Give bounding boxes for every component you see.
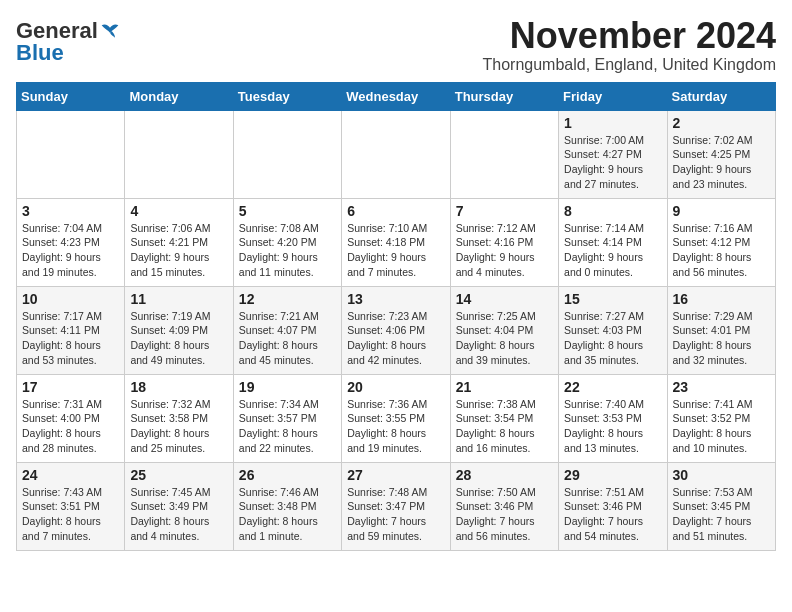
calendar-table: Sunday Monday Tuesday Wednesday Thursday… — [16, 82, 776, 551]
calendar-cell — [342, 110, 450, 198]
calendar-cell: 13Sunrise: 7:23 AM Sunset: 4:06 PM Dayli… — [342, 286, 450, 374]
day-info: Sunrise: 7:17 AM Sunset: 4:11 PM Dayligh… — [22, 309, 119, 368]
header-sunday: Sunday — [17, 82, 125, 110]
calendar-cell: 3Sunrise: 7:04 AM Sunset: 4:23 PM Daylig… — [17, 198, 125, 286]
day-number: 13 — [347, 291, 444, 307]
day-number: 25 — [130, 467, 227, 483]
header-friday: Friday — [559, 82, 667, 110]
day-info: Sunrise: 7:23 AM Sunset: 4:06 PM Dayligh… — [347, 309, 444, 368]
calendar-cell: 25Sunrise: 7:45 AM Sunset: 3:49 PM Dayli… — [125, 462, 233, 550]
day-info: Sunrise: 7:06 AM Sunset: 4:21 PM Dayligh… — [130, 221, 227, 280]
day-info: Sunrise: 7:00 AM Sunset: 4:27 PM Dayligh… — [564, 133, 661, 192]
header-wednesday: Wednesday — [342, 82, 450, 110]
day-info: Sunrise: 7:08 AM Sunset: 4:20 PM Dayligh… — [239, 221, 336, 280]
calendar-cell: 1Sunrise: 7:00 AM Sunset: 4:27 PM Daylig… — [559, 110, 667, 198]
calendar-cell: 24Sunrise: 7:43 AM Sunset: 3:51 PM Dayli… — [17, 462, 125, 550]
day-number: 10 — [22, 291, 119, 307]
calendar-cell — [17, 110, 125, 198]
day-info: Sunrise: 7:51 AM Sunset: 3:46 PM Dayligh… — [564, 485, 661, 544]
calendar-cell: 8Sunrise: 7:14 AM Sunset: 4:14 PM Daylig… — [559, 198, 667, 286]
day-info: Sunrise: 7:50 AM Sunset: 3:46 PM Dayligh… — [456, 485, 553, 544]
day-info: Sunrise: 7:31 AM Sunset: 4:00 PM Dayligh… — [22, 397, 119, 456]
calendar-cell: 11Sunrise: 7:19 AM Sunset: 4:09 PM Dayli… — [125, 286, 233, 374]
day-number: 6 — [347, 203, 444, 219]
calendar-cell — [450, 110, 558, 198]
title-block: November 2024 Thorngumbald, England, Uni… — [482, 16, 776, 74]
day-number: 30 — [673, 467, 770, 483]
day-number: 14 — [456, 291, 553, 307]
calendar-cell: 28Sunrise: 7:50 AM Sunset: 3:46 PM Dayli… — [450, 462, 558, 550]
day-number: 22 — [564, 379, 661, 395]
header-tuesday: Tuesday — [233, 82, 341, 110]
location: Thorngumbald, England, United Kingdom — [482, 56, 776, 74]
logo: General Blue — [16, 20, 120, 64]
day-number: 3 — [22, 203, 119, 219]
day-info: Sunrise: 7:36 AM Sunset: 3:55 PM Dayligh… — [347, 397, 444, 456]
header-row: Sunday Monday Tuesday Wednesday Thursday… — [17, 82, 776, 110]
calendar-cell: 20Sunrise: 7:36 AM Sunset: 3:55 PM Dayli… — [342, 374, 450, 462]
calendar-cell: 12Sunrise: 7:21 AM Sunset: 4:07 PM Dayli… — [233, 286, 341, 374]
calendar-cell: 9Sunrise: 7:16 AM Sunset: 4:12 PM Daylig… — [667, 198, 775, 286]
day-number: 18 — [130, 379, 227, 395]
page-header: General Blue November 2024 Thorngumbald,… — [16, 16, 776, 74]
week-row-2: 3Sunrise: 7:04 AM Sunset: 4:23 PM Daylig… — [17, 198, 776, 286]
day-info: Sunrise: 7:27 AM Sunset: 4:03 PM Dayligh… — [564, 309, 661, 368]
header-monday: Monday — [125, 82, 233, 110]
calendar-header: Sunday Monday Tuesday Wednesday Thursday… — [17, 82, 776, 110]
day-number: 15 — [564, 291, 661, 307]
day-number: 21 — [456, 379, 553, 395]
day-info: Sunrise: 7:34 AM Sunset: 3:57 PM Dayligh… — [239, 397, 336, 456]
calendar-cell: 7Sunrise: 7:12 AM Sunset: 4:16 PM Daylig… — [450, 198, 558, 286]
day-number: 20 — [347, 379, 444, 395]
day-number: 7 — [456, 203, 553, 219]
day-number: 17 — [22, 379, 119, 395]
calendar-cell: 22Sunrise: 7:40 AM Sunset: 3:53 PM Dayli… — [559, 374, 667, 462]
day-info: Sunrise: 7:46 AM Sunset: 3:48 PM Dayligh… — [239, 485, 336, 544]
header-thursday: Thursday — [450, 82, 558, 110]
week-row-3: 10Sunrise: 7:17 AM Sunset: 4:11 PM Dayli… — [17, 286, 776, 374]
calendar-cell: 16Sunrise: 7:29 AM Sunset: 4:01 PM Dayli… — [667, 286, 775, 374]
day-number: 2 — [673, 115, 770, 131]
calendar-cell: 17Sunrise: 7:31 AM Sunset: 4:00 PM Dayli… — [17, 374, 125, 462]
calendar-cell: 15Sunrise: 7:27 AM Sunset: 4:03 PM Dayli… — [559, 286, 667, 374]
calendar-cell: 14Sunrise: 7:25 AM Sunset: 4:04 PM Dayli… — [450, 286, 558, 374]
day-info: Sunrise: 7:43 AM Sunset: 3:51 PM Dayligh… — [22, 485, 119, 544]
calendar-body: 1Sunrise: 7:00 AM Sunset: 4:27 PM Daylig… — [17, 110, 776, 550]
header-saturday: Saturday — [667, 82, 775, 110]
day-info: Sunrise: 7:45 AM Sunset: 3:49 PM Dayligh… — [130, 485, 227, 544]
calendar-cell: 2Sunrise: 7:02 AM Sunset: 4:25 PM Daylig… — [667, 110, 775, 198]
day-info: Sunrise: 7:29 AM Sunset: 4:01 PM Dayligh… — [673, 309, 770, 368]
day-info: Sunrise: 7:19 AM Sunset: 4:09 PM Dayligh… — [130, 309, 227, 368]
week-row-1: 1Sunrise: 7:00 AM Sunset: 4:27 PM Daylig… — [17, 110, 776, 198]
day-info: Sunrise: 7:12 AM Sunset: 4:16 PM Dayligh… — [456, 221, 553, 280]
day-number: 24 — [22, 467, 119, 483]
calendar-cell: 23Sunrise: 7:41 AM Sunset: 3:52 PM Dayli… — [667, 374, 775, 462]
calendar-cell — [125, 110, 233, 198]
week-row-4: 17Sunrise: 7:31 AM Sunset: 4:00 PM Dayli… — [17, 374, 776, 462]
logo-blue: Blue — [16, 42, 64, 64]
day-number: 5 — [239, 203, 336, 219]
month-title: November 2024 — [482, 16, 776, 56]
calendar-cell: 5Sunrise: 7:08 AM Sunset: 4:20 PM Daylig… — [233, 198, 341, 286]
day-number: 8 — [564, 203, 661, 219]
day-info: Sunrise: 7:38 AM Sunset: 3:54 PM Dayligh… — [456, 397, 553, 456]
calendar-cell: 26Sunrise: 7:46 AM Sunset: 3:48 PM Dayli… — [233, 462, 341, 550]
day-info: Sunrise: 7:14 AM Sunset: 4:14 PM Dayligh… — [564, 221, 661, 280]
calendar-cell: 6Sunrise: 7:10 AM Sunset: 4:18 PM Daylig… — [342, 198, 450, 286]
day-number: 29 — [564, 467, 661, 483]
day-info: Sunrise: 7:16 AM Sunset: 4:12 PM Dayligh… — [673, 221, 770, 280]
calendar-cell: 30Sunrise: 7:53 AM Sunset: 3:45 PM Dayli… — [667, 462, 775, 550]
calendar-cell: 19Sunrise: 7:34 AM Sunset: 3:57 PM Dayli… — [233, 374, 341, 462]
day-info: Sunrise: 7:41 AM Sunset: 3:52 PM Dayligh… — [673, 397, 770, 456]
week-row-5: 24Sunrise: 7:43 AM Sunset: 3:51 PM Dayli… — [17, 462, 776, 550]
day-number: 28 — [456, 467, 553, 483]
day-info: Sunrise: 7:32 AM Sunset: 3:58 PM Dayligh… — [130, 397, 227, 456]
day-info: Sunrise: 7:21 AM Sunset: 4:07 PM Dayligh… — [239, 309, 336, 368]
day-number: 19 — [239, 379, 336, 395]
day-info: Sunrise: 7:25 AM Sunset: 4:04 PM Dayligh… — [456, 309, 553, 368]
calendar-cell: 21Sunrise: 7:38 AM Sunset: 3:54 PM Dayli… — [450, 374, 558, 462]
day-number: 23 — [673, 379, 770, 395]
day-number: 26 — [239, 467, 336, 483]
day-number: 12 — [239, 291, 336, 307]
calendar-cell: 27Sunrise: 7:48 AM Sunset: 3:47 PM Dayli… — [342, 462, 450, 550]
